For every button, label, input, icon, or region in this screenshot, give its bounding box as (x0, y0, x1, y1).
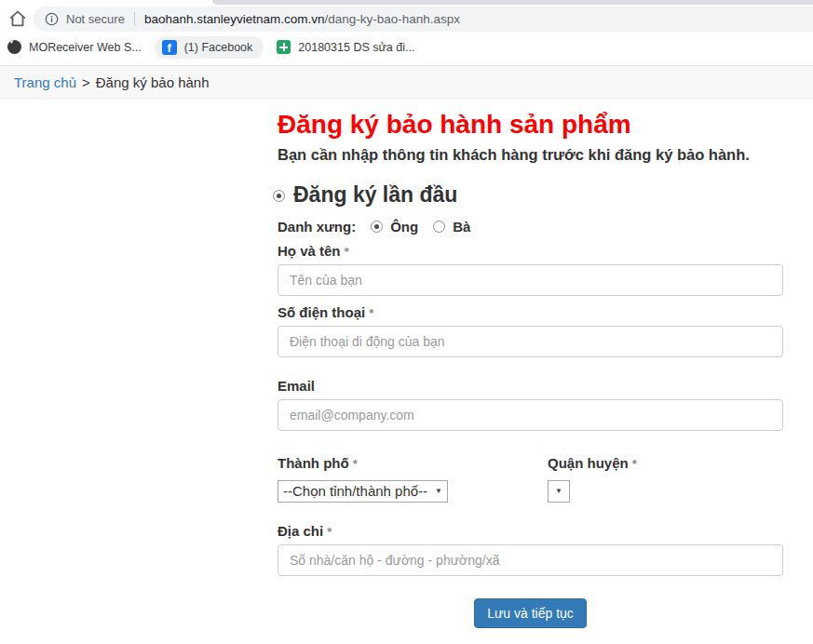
salutation-option-mr[interactable]: Ông (390, 219, 418, 235)
required-marker: * (632, 457, 637, 471)
district-column: Quận huyện * ▼ (548, 447, 637, 503)
chevron-down-icon: ▼ (555, 487, 562, 495)
bookmark-moreceiver[interactable]: MOReceiver Web S... (7, 40, 142, 54)
bookmark-label: 20180315 DS sửa đi... (298, 41, 414, 54)
address-bar[interactable]: Not secure baohanh.stanleyvietnam.com.vn… (34, 7, 813, 32)
breadcrumb-separator: > (82, 74, 90, 90)
city-column: Thành phố * --Chọn tỉnh/thành phố-- ▼ (278, 447, 548, 503)
address-label: Địa chỉ * (278, 523, 783, 539)
breadcrumb-home-link[interactable]: Trang chủ (14, 74, 76, 90)
address-field[interactable] (278, 544, 783, 576)
phone-label: Số điện thoại * (278, 304, 783, 320)
globe-dark-icon (7, 40, 21, 54)
email-label: Email (278, 378, 783, 394)
facebook-icon: f (162, 40, 177, 55)
city-select[interactable]: --Chọn tỉnh/thành phố-- ▼ (278, 480, 448, 503)
url-text[interactable]: baohanh.stanleyvietnam.com.vn/dang-ky-ba… (144, 12, 460, 26)
bookmark-label: MOReceiver Web S... (29, 41, 142, 54)
registration-form: Danh xưng: Ông Bà Họ và tên * Số điện th… (278, 219, 783, 628)
save-continue-button[interactable]: Lưu và tiếp tục (474, 598, 587, 628)
spreadsheet-icon (277, 40, 291, 54)
fullname-label: Họ và tên * (278, 243, 783, 259)
info-icon[interactable] (45, 12, 59, 26)
first-registration-label: Đăng ký lần đầu (293, 182, 457, 207)
bookmarks-bar: MOReceiver Web S... f (1) Facebook 20180… (0, 34, 813, 60)
browser-toolbar: Not secure baohanh.stanleyvietnam.com.vn… (0, 5, 813, 34)
required-marker: * (353, 457, 358, 471)
omnibox-divider (134, 12, 135, 26)
radio-first-registration[interactable] (273, 190, 285, 202)
radio-salutation-mrs[interactable] (433, 221, 445, 233)
breadcrumb: Trang chủ > Đăng ký bảo hành (0, 65, 813, 99)
required-marker: * (327, 525, 332, 539)
chevron-down-icon: ▼ (435, 487, 442, 495)
phone-field[interactable] (278, 326, 783, 357)
url-host: baohanh.stanleyvietnam.com.vn (144, 12, 325, 26)
first-registration-option[interactable]: Đăng ký lần đầu (273, 182, 783, 207)
submit-row: Lưu và tiếp tục (278, 598, 783, 628)
fullname-field[interactable] (278, 264, 783, 296)
url-path: /dang-ky-bao-hanh.aspx (325, 12, 461, 26)
city-select-value: --Chọn tỉnh/thành phố-- (283, 483, 427, 499)
main-content: Đăng ký bảo hành sản phẩm Bạn cần nhập t… (278, 99, 783, 644)
home-icon[interactable] (7, 8, 28, 29)
page-title: Đăng ký bảo hành sản phẩm (278, 111, 783, 138)
required-marker: * (345, 245, 349, 259)
bookmark-spreadsheet[interactable]: 20180315 DS sửa đi... (277, 40, 414, 54)
district-label: Quận huyện * (548, 455, 637, 471)
page-subtitle: Bạn cần nhập thông tin khách hàng trước … (278, 146, 783, 164)
breadcrumb-current: Đăng ký bảo hành (96, 74, 210, 90)
bookmark-facebook[interactable]: f (1) Facebook (155, 36, 264, 59)
not-secure-label[interactable]: Not secure (66, 12, 125, 26)
location-row: Thành phố * --Chọn tỉnh/thành phố-- ▼ Qu… (278, 447, 783, 503)
radio-salutation-mr[interactable] (371, 221, 383, 233)
district-select[interactable]: ▼ (548, 480, 570, 503)
salutation-option-mrs[interactable]: Bà (453, 219, 470, 235)
bookmark-label: (1) Facebook (184, 41, 253, 54)
required-marker: * (369, 306, 373, 320)
city-label: Thành phố * (278, 455, 548, 471)
salutation-label: Danh xưng: (278, 219, 356, 235)
salutation-row: Danh xưng: Ông Bà (278, 219, 783, 235)
email-field[interactable] (278, 399, 783, 431)
